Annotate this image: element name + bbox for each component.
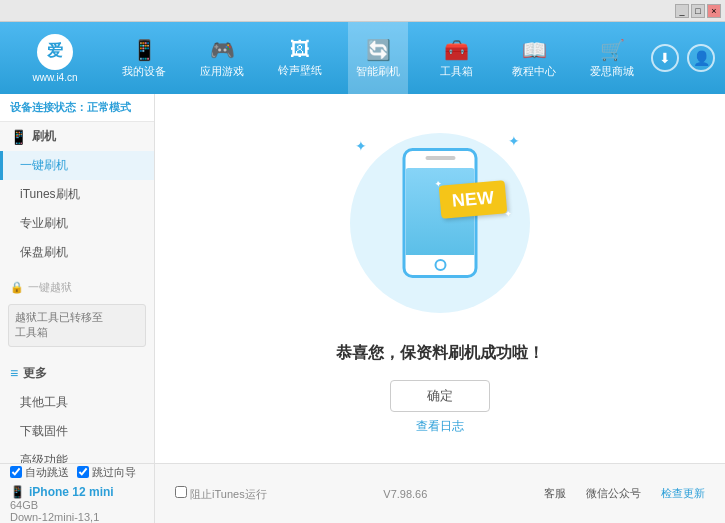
device-info: 📱 iPhone 12 mini 64GB Down-12mini-13,1 — [10, 485, 144, 523]
view-log-link[interactable]: 查看日志 — [416, 418, 464, 435]
header: 爱 www.i4.cn 📱 我的设备 🎮 应用游戏 🖼 铃声壁纸 🔄 智能刷机 — [0, 22, 725, 94]
more-section-label: 更多 — [23, 365, 47, 382]
sidebar-item-itunes-flash[interactable]: iTunes刷机 — [0, 180, 154, 209]
version-text: V7.98.66 — [383, 488, 427, 500]
new-badge-text: NEW — [451, 187, 495, 211]
confirm-button[interactable]: 确定 — [390, 380, 490, 412]
skip-wizard-checkbox[interactable] — [77, 466, 89, 478]
bottom-right: 阻止iTunes运行 V7.98.66 客服 微信公众号 检查更新 — [155, 464, 725, 523]
sidebar-section-more: ≡ 更多 — [0, 359, 154, 388]
nav-label-apps-games: 应用游戏 — [200, 64, 244, 79]
auto-jump-checkbox[interactable] — [10, 466, 22, 478]
lock-icon: 🔒 — [10, 281, 24, 294]
skip-wizard-label: 跳过向导 — [92, 465, 136, 480]
phone-speaker — [425, 156, 455, 160]
nav-item-store[interactable]: 🛒 爱思商城 — [582, 22, 642, 94]
nav-bar: 📱 我的设备 🎮 应用游戏 🖼 铃声壁纸 🔄 智能刷机 🧰 工具箱 📖 — [105, 22, 651, 94]
logo-icon: 爱 — [37, 34, 73, 70]
skip-wizard-checkbox-label[interactable]: 跳过向导 — [77, 465, 136, 480]
jailbreak-info-box: 越狱工具已转移至工具箱 — [8, 304, 146, 347]
nav-item-toolbox[interactable]: 🧰 工具箱 — [426, 22, 486, 94]
nav-item-apps-games[interactable]: 🎮 应用游戏 — [192, 22, 252, 94]
status-bar: 设备连接状态：正常模式 — [0, 94, 154, 122]
itunes-status-checkbox[interactable] — [175, 486, 187, 498]
nav-label-tutorial: 教程中心 — [512, 64, 556, 79]
jailbreak-section-label: 一键越狱 — [28, 280, 72, 295]
nav-item-smart-flash[interactable]: 🔄 智能刷机 — [348, 22, 408, 94]
jailbreak-info-text: 越狱工具已转移至工具箱 — [15, 311, 103, 338]
check-update-link[interactable]: 检查更新 — [661, 486, 705, 501]
sidebar-section-jailbreak: 🔒 一键越狱 — [0, 275, 154, 300]
nav-label-wallpaper: 铃声壁纸 — [278, 63, 322, 78]
bottom-bar: 自动跳送 跳过向导 📱 iPhone 12 mini 64GB Down-12m… — [0, 463, 725, 523]
bottom-links: 客服 微信公众号 检查更新 — [544, 486, 705, 501]
auto-jump-checkbox-label[interactable]: 自动跳送 — [10, 465, 69, 480]
nav-icon-apps-games: 🎮 — [210, 38, 235, 62]
header-right-buttons: ⬇ 👤 — [651, 44, 715, 72]
app-window: 爱 www.i4.cn 📱 我的设备 🎮 应用游戏 🖼 铃声壁纸 🔄 智能刷机 — [0, 22, 725, 523]
flash-section-label: 刷机 — [32, 128, 56, 145]
nav-icon-toolbox: 🧰 — [444, 38, 469, 62]
phone-illustration: ✦ ✦ NEW — [340, 123, 540, 323]
nav-item-tutorial[interactable]: 📖 教程中心 — [504, 22, 564, 94]
close-button[interactable]: × — [707, 4, 721, 18]
phone-home-button — [434, 259, 446, 271]
sidebar-section-flash: 📱 刷机 — [0, 122, 154, 151]
customer-service-link[interactable]: 客服 — [544, 486, 566, 501]
status-value: 正常模式 — [87, 101, 131, 113]
nav-icon-smart-flash: 🔄 — [366, 38, 391, 62]
minimize-button[interactable]: _ — [675, 4, 689, 18]
content-area: 设备连接状态：正常模式 📱 刷机 一键刷机 iTunes刷机 专业刷机 保盘刷机… — [0, 94, 725, 463]
itunes-status: 阻止iTunes运行 — [175, 486, 267, 502]
bottom-left: 自动跳送 跳过向导 📱 iPhone 12 mini 64GB Down-12m… — [0, 464, 155, 523]
sparkle-top-left-icon: ✦ — [355, 138, 367, 154]
status-label: 设备连接状态： — [10, 101, 87, 113]
phone-icon: 📱 — [10, 485, 25, 499]
logo-text: www.i4.cn — [32, 72, 77, 83]
nav-icon-tutorial: 📖 — [522, 38, 547, 62]
sparkle-top-right-icon: ✦ — [508, 133, 520, 149]
download-button[interactable]: ⬇ — [651, 44, 679, 72]
nav-item-wallpaper[interactable]: 🖼 铃声壁纸 — [270, 22, 330, 94]
wechat-official-link[interactable]: 微信公众号 — [586, 486, 641, 501]
sidebar-item-pro-flash[interactable]: 专业刷机 — [0, 209, 154, 238]
flash-section-icon: 📱 — [10, 129, 27, 145]
more-section-icon: ≡ — [10, 365, 18, 381]
sidebar-item-one-key-flash[interactable]: 一键刷机 — [0, 151, 154, 180]
device-storage: 64GB — [10, 499, 144, 511]
nav-item-my-device[interactable]: 📱 我的设备 — [114, 22, 174, 94]
sidebar-item-advanced[interactable]: 高级功能 — [0, 446, 154, 463]
nav-icon-store: 🛒 — [600, 38, 625, 62]
sidebar-item-download-firmware[interactable]: 下载固件 — [0, 417, 154, 446]
checkboxes-row: 自动跳送 跳过向导 — [10, 465, 144, 480]
nav-icon-my-device: 📱 — [132, 38, 157, 62]
window-controls[interactable]: _ □ × — [675, 4, 721, 18]
nav-label-smart-flash: 智能刷机 — [356, 64, 400, 79]
device-name-text: iPhone 12 mini — [29, 485, 114, 499]
nav-icon-wallpaper: 🖼 — [290, 38, 310, 61]
maximize-button[interactable]: □ — [691, 4, 705, 18]
nav-label-store: 爱思商城 — [590, 64, 634, 79]
itunes-status-text: 阻止iTunes运行 — [190, 488, 267, 500]
user-button[interactable]: 👤 — [687, 44, 715, 72]
nav-label-my-device: 我的设备 — [122, 64, 166, 79]
nav-label-toolbox: 工具箱 — [440, 64, 473, 79]
success-message: 恭喜您，保资料刷机成功啦！ — [336, 343, 544, 364]
sidebar-item-other-tools[interactable]: 其他工具 — [0, 388, 154, 417]
sidebar-item-save-flash[interactable]: 保盘刷机 — [0, 238, 154, 267]
sidebar: 设备连接状态：正常模式 📱 刷机 一键刷机 iTunes刷机 专业刷机 保盘刷机… — [0, 94, 155, 463]
auto-jump-label: 自动跳送 — [25, 465, 69, 480]
new-badge: NEW — [439, 180, 508, 219]
device-model: Down-12mini-13,1 — [10, 511, 144, 523]
logo-area: 爱 www.i4.cn — [10, 34, 100, 83]
main-content: ✦ ✦ NEW 恭喜您，保资料刷机成功啦！ 确定 查看日志 — [155, 94, 725, 463]
title-bar: _ □ × — [0, 0, 725, 22]
device-name: 📱 iPhone 12 mini — [10, 485, 144, 499]
